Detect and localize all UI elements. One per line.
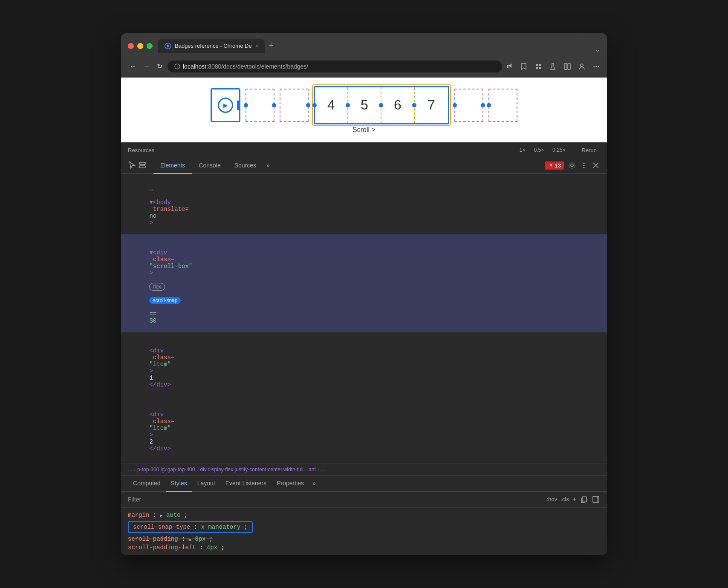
svg-point-19 [584, 163, 585, 164]
svg-rect-5 [539, 64, 541, 66]
refresh-button[interactable]: ↻ [155, 61, 164, 72]
tab-sources-label: Sources [234, 162, 256, 169]
snap-container: 4 5 6 7 [314, 86, 449, 124]
filter-bar: Filter :hov .cls + [121, 492, 607, 507]
tab-console[interactable]: Console [192, 158, 227, 174]
css-highlighted-rule[interactable]: scroll-snap-type : x mandatory ; [128, 519, 253, 535]
dom-area: … ▼<body translate= no > ▼<div class= "s… [121, 174, 607, 464]
close-button[interactable] [128, 43, 134, 49]
css-scroll-padding-line[interactable]: scroll-padding : ▶ 8px ; [128, 535, 600, 543]
more-icon[interactable] [592, 63, 600, 70]
dom-line-scroll-box[interactable]: ▼<div class= "scroll-box" > flex scroll-… [121, 234, 607, 332]
address-path: /docs/devtools/elements/badges/ [221, 63, 308, 70]
svg-rect-22 [582, 497, 586, 502]
css-margin-line[interactable]: margin : ▶ auto ; [128, 511, 600, 519]
filter-label[interactable]: Filter [128, 496, 543, 503]
split-icon[interactable] [563, 63, 571, 70]
dom-line-item1[interactable]: <div class= "item" > 1 </div> [121, 332, 607, 396]
cls-button[interactable]: .cls [560, 496, 569, 502]
address-host: localhost [183, 63, 206, 70]
style-tabs-more[interactable]: » [309, 476, 319, 491]
kebab-menu-icon[interactable] [580, 161, 588, 170]
resources-label: Resources [128, 147, 154, 153]
dom-line-item2[interactable]: <div class= "item" > 2 </div> [121, 396, 607, 460]
tab-computed[interactable]: Computed [128, 476, 166, 492]
css-scroll-snap-type-value: x mandatory [201, 524, 240, 530]
breadcrumb-item1[interactable]: p-top-300.lg\:gap-top-400 [137, 467, 195, 473]
scroll-snap-badge[interactable]: scroll-snap [149, 297, 181, 304]
svg-point-13 [598, 66, 599, 67]
tab-styles[interactable]: Styles [166, 476, 192, 492]
tab-title: Badges reference - Chrome De [175, 43, 252, 49]
scale-1x[interactable]: 1× [517, 146, 528, 154]
filter-actions: :hov .cls + [547, 495, 600, 504]
scroll-item-4: 4 [315, 87, 348, 123]
tab-close-button[interactable]: × [255, 43, 258, 49]
tab-properties-label: Properties [277, 480, 304, 487]
tab-console-label: Console [199, 162, 220, 169]
bookmark-icon[interactable] [520, 63, 528, 70]
devtools-right-actions: ✕ 13 [545, 161, 600, 170]
dom-line-body[interactable]: … ▼<body translate= no > [121, 177, 607, 234]
extension-icon[interactable] [534, 63, 542, 70]
address-field[interactable]: i localhost:8080/docs/devtools/elements/… [168, 61, 502, 72]
back-button[interactable]: ← [128, 61, 138, 72]
tab-properties[interactable]: Properties [272, 476, 309, 492]
address-bar: ← → ↻ i localhost:8080/docs/devtools/ele… [121, 57, 607, 78]
cursor-icon[interactable] [128, 161, 136, 170]
css-scroll-snap-type-prop: scroll-snap-type [133, 524, 190, 530]
scroll-item-empty-1 [246, 89, 274, 122]
minimize-button[interactable] [137, 43, 143, 49]
breadcrumb-item2[interactable]: div.display-flex.justify-content-center.… [200, 467, 303, 473]
breadcrumb-dots2[interactable]: ... [321, 467, 325, 473]
scroll-preview: ▶ 4 5 [211, 86, 517, 124]
breadcrumb-bar: ... › p-top-300.lg\:gap-top-400 › div.di… [121, 464, 607, 476]
maximize-button[interactable] [147, 43, 153, 49]
breadcrumb-item3[interactable]: arti [309, 467, 316, 473]
add-rule-button[interactable]: + [572, 496, 576, 503]
tab-layout[interactable]: Layout [192, 476, 220, 492]
animation-bar: Resources 1× 0.5× 0.25× Rerun [121, 142, 607, 158]
devtools-tabs-more[interactable]: » [263, 158, 273, 173]
tab-sources[interactable]: Sources [228, 158, 263, 174]
svg-rect-7 [539, 67, 541, 69]
rerun-button[interactable]: Rerun [578, 146, 600, 154]
browser-window: Badges reference - Chrome De × + ⌄ ← → ↻… [121, 33, 607, 555]
new-tab-button[interactable]: + [265, 40, 277, 52]
person-icon[interactable] [578, 63, 586, 70]
forward-button[interactable]: → [142, 61, 152, 72]
svg-rect-8 [564, 63, 567, 69]
tabs-row: Badges reference - Chrome De × + ⌄ [158, 39, 600, 53]
tab-chevron-icon[interactable]: ⌄ [595, 46, 600, 53]
scroll-item-empty-4 [488, 89, 517, 122]
hov-button[interactable]: :hov [547, 496, 558, 502]
tab-elements[interactable]: Elements [153, 158, 192, 174]
svg-point-20 [584, 165, 585, 166]
address-text: localhost:8080/docs/devtools/elements/ba… [183, 63, 308, 70]
layers-icon[interactable] [138, 161, 147, 170]
tab-layout-label: Layout [197, 480, 215, 487]
traffic-lights [128, 43, 153, 49]
settings-icon[interactable] [568, 161, 576, 170]
close-devtools-icon[interactable] [592, 161, 600, 170]
scale-025x[interactable]: 0.25× [550, 146, 568, 154]
copy-styles-icon[interactable] [580, 495, 588, 504]
tab-event-listeners[interactable]: Event Listeners [220, 476, 272, 492]
tab-styles-label: Styles [171, 480, 187, 487]
share-icon[interactable] [506, 63, 513, 70]
error-count: 13 [555, 162, 561, 169]
css-scroll-padding-left-line[interactable]: scroll-padding-left : 4px ; [128, 543, 600, 552]
style-panel-tabs: Computed Styles Layout Event Listeners P… [121, 476, 607, 492]
browser-tab[interactable]: Badges reference - Chrome De × [158, 39, 265, 53]
devtools-icons [128, 161, 147, 170]
scale-05x[interactable]: 0.5× [532, 146, 547, 154]
styles-area: margin : ▶ auto ; scroll-snap-type : x m… [121, 507, 607, 555]
tab-elements-label: Elements [160, 162, 185, 169]
breadcrumb-dots1[interactable]: ... [128, 467, 132, 473]
error-badge: ✕ 13 [545, 161, 564, 170]
toggle-sidebar-icon[interactable] [592, 495, 600, 504]
svg-point-11 [594, 66, 595, 67]
preview-area: ▶ 4 5 [121, 78, 607, 142]
svg-point-21 [584, 167, 585, 168]
flask-icon[interactable] [549, 63, 557, 70]
